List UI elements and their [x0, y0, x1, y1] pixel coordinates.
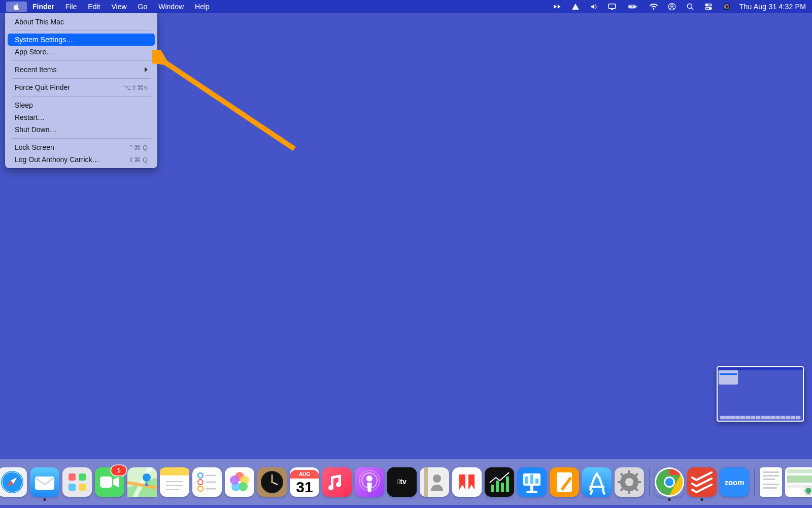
svg-point-53 — [230, 475, 239, 485]
menu-recent-items[interactable]: Recent Items — [8, 64, 155, 76]
svg-point-10 — [709, 8, 710, 9]
svg-rect-37 — [160, 472, 189, 475]
svg-rect-75 — [506, 477, 509, 492]
svg-point-34 — [143, 473, 151, 482]
dock-keynote[interactable] — [517, 467, 547, 497]
menu-system-settings[interactable]: System Settings… — [8, 34, 155, 46]
calendar-day: 31 — [296, 479, 313, 495]
menu-app-store[interactable]: App Store… — [8, 46, 155, 58]
menu-shortcut: ⌥⇧⌘⎋ — [124, 84, 148, 91]
dock-recent-document[interactable] — [760, 467, 782, 497]
svg-rect-30 — [79, 484, 86, 491]
dock-maps[interactable] — [127, 467, 157, 497]
menu-file[interactable]: File — [60, 1, 83, 12]
display-icon[interactable] — [606, 2, 618, 11]
menubar: Finder File Edit View Go Window Help — [0, 0, 812, 13]
menu-edit[interactable]: Edit — [82, 1, 106, 12]
svg-rect-109 — [787, 469, 812, 473]
control-center-icon[interactable] — [703, 2, 714, 11]
svg-point-114 — [807, 490, 810, 492]
dock-chrome[interactable] — [655, 467, 684, 497]
status-extra-1-icon[interactable] — [552, 2, 563, 11]
svg-rect-73 — [496, 481, 499, 492]
svg-point-100 — [665, 478, 673, 486]
svg-rect-48 — [225, 467, 254, 497]
dock-launchpad[interactable] — [62, 467, 92, 497]
dock-facetime[interactable]: 1 — [95, 467, 124, 497]
dock-podcasts[interactable] — [355, 467, 384, 497]
svg-rect-107 — [763, 487, 777, 489]
dock-zoom[interactable]: zoom — [720, 467, 749, 497]
menu-shut-down[interactable]: Shut Down… — [8, 123, 155, 136]
menu-force-quit[interactable]: Force Quit Finder⌥⇧⌘⎋ — [8, 81, 155, 93]
menu-shortcut: ⇧⌘ Q — [128, 156, 148, 164]
dock-clock[interactable] — [257, 467, 287, 497]
menu-restart[interactable]: Restart… — [8, 111, 155, 123]
svg-rect-27 — [69, 473, 76, 481]
apple-menu-dropdown: About This Mac System Settings… App Stor… — [5, 13, 157, 168]
dock-notes[interactable] — [160, 467, 189, 497]
menu-item-label: Lock Screen — [15, 143, 54, 151]
calendar-month: AUG — [290, 470, 319, 479]
menu-sleep[interactable]: Sleep — [8, 99, 155, 111]
chevron-right-icon — [145, 67, 148, 72]
svg-rect-72 — [491, 485, 494, 492]
dock-stocks[interactable] — [485, 467, 514, 497]
dock-minimized-window-1[interactable] — [785, 467, 812, 497]
status-extra-2-icon[interactable] — [570, 2, 581, 11]
dock-todoist[interactable] — [687, 467, 717, 497]
menu-log-out[interactable]: Log Out Anthony Carrick…⇧⌘ Q — [8, 153, 155, 166]
menu-lock-screen[interactable]: Lock Screen⌃⌘ Q — [8, 141, 155, 153]
dock-photos[interactable] — [225, 467, 254, 497]
dock-app-store[interactable] — [582, 467, 612, 497]
menu-window[interactable]: Window — [153, 1, 189, 12]
menu-help[interactable]: Help — [189, 1, 215, 12]
svg-point-6 — [687, 4, 692, 8]
svg-rect-25 — [35, 477, 54, 490]
svg-rect-110 — [787, 475, 812, 483]
svg-rect-85 — [582, 467, 612, 497]
wifi-icon[interactable] — [648, 2, 659, 11]
dock-news[interactable] — [452, 467, 482, 497]
siri-icon[interactable] — [721, 2, 732, 11]
svg-rect-29 — [69, 484, 76, 491]
dock-calendar[interactable]: AUG 31 — [290, 467, 319, 497]
dock-separator — [754, 468, 755, 496]
svg-rect-60 — [322, 467, 352, 497]
svg-point-88 — [625, 478, 633, 486]
svg-rect-80 — [525, 477, 528, 484]
apple-logo-icon — [13, 3, 20, 11]
svg-rect-103 — [763, 471, 779, 473]
svg-rect-81 — [530, 474, 533, 484]
dock-safari[interactable] — [0, 467, 27, 497]
dock-pages[interactable] — [550, 467, 579, 497]
svg-point-59 — [271, 481, 273, 483]
spotlight-icon[interactable] — [685, 2, 696, 11]
user-icon[interactable] — [666, 2, 678, 11]
menubar-clock[interactable]: Thu Aug 31 4:32 PM — [739, 3, 806, 11]
battery-icon[interactable] — [625, 2, 641, 11]
svg-rect-84 — [557, 472, 572, 492]
svg-rect-28 — [79, 473, 86, 481]
dock-reminders[interactable] — [192, 467, 222, 497]
menu-item-label: Shut Down… — [15, 125, 56, 134]
svg-point-69 — [433, 474, 441, 483]
menu-go[interactable]: Go — [132, 1, 153, 12]
menu-item-label: Log Out Anthony Carrick… — [15, 155, 99, 164]
svg-point-62 — [366, 475, 373, 482]
volume-icon[interactable] — [588, 2, 599, 11]
dock-mail[interactable] — [30, 467, 59, 497]
svg-line-14 — [161, 60, 294, 149]
dock-contacts[interactable] — [420, 467, 449, 497]
apple-menu-button[interactable] — [6, 2, 27, 12]
app-name[interactable]: Finder — [27, 1, 60, 12]
menu-view[interactable]: View — [106, 1, 132, 12]
menu-item-label: Sleep — [15, 101, 33, 109]
dock-system-settings[interactable] — [615, 467, 644, 497]
dock-music[interactable] — [322, 467, 352, 497]
menu-about-this-mac[interactable]: About This Mac — [8, 16, 155, 28]
svg-rect-26 — [62, 467, 92, 497]
menu-item-label: Restart… — [15, 113, 45, 121]
screenshot-thumbnail[interactable] — [717, 366, 804, 422]
dock-tv[interactable]: tv — [387, 467, 417, 497]
